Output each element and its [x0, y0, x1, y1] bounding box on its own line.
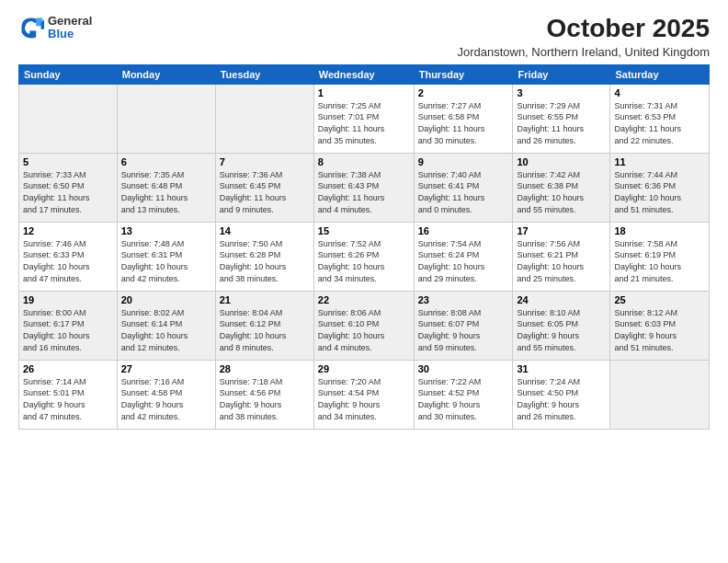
- header-tuesday: Tuesday: [215, 64, 313, 84]
- title-block: October 2025 Jordanstown, Northern Irela…: [457, 15, 710, 59]
- header-wednesday: Wednesday: [313, 64, 414, 84]
- day-number: 20: [121, 294, 211, 305]
- day-info: Sunrise: 7:52 AM Sunset: 6:26 PM Dayligh…: [318, 238, 410, 284]
- calendar-cell: 9Sunrise: 7:40 AM Sunset: 6:41 PM Daylig…: [414, 153, 513, 222]
- month-title: October 2025: [457, 15, 710, 43]
- location-subtitle: Jordanstown, Northern Ireland, United Ki…: [457, 45, 710, 59]
- logo: General Blue: [18, 15, 92, 41]
- calendar-cell: 30Sunrise: 7:22 AM Sunset: 4:52 PM Dayli…: [414, 360, 513, 429]
- calendar-cell: 27Sunrise: 7:16 AM Sunset: 4:58 PM Dayli…: [117, 360, 215, 429]
- day-number: 19: [23, 294, 113, 305]
- day-number: 2: [418, 87, 509, 98]
- day-info: Sunrise: 8:00 AM Sunset: 6:17 PM Dayligh…: [23, 307, 113, 353]
- calendar-cell: 26Sunrise: 7:14 AM Sunset: 5:01 PM Dayli…: [19, 360, 118, 429]
- day-number: 8: [318, 156, 410, 167]
- calendar-cell: 10Sunrise: 7:42 AM Sunset: 6:38 PM Dayli…: [513, 153, 610, 222]
- calendar-cell: [610, 360, 710, 429]
- day-info: Sunrise: 7:29 AM Sunset: 6:55 PM Dayligh…: [517, 100, 606, 146]
- day-info: Sunrise: 7:40 AM Sunset: 6:41 PM Dayligh…: [418, 169, 509, 215]
- day-info: Sunrise: 7:50 AM Sunset: 6:28 PM Dayligh…: [220, 238, 310, 284]
- day-info: Sunrise: 7:56 AM Sunset: 6:21 PM Dayligh…: [517, 238, 606, 284]
- header-monday: Monday: [117, 64, 215, 84]
- day-info: Sunrise: 8:12 AM Sunset: 6:03 PM Dayligh…: [614, 307, 705, 353]
- calendar-cell: 31Sunrise: 7:24 AM Sunset: 4:50 PM Dayli…: [513, 360, 610, 429]
- day-info: Sunrise: 7:18 AM Sunset: 4:56 PM Dayligh…: [220, 376, 310, 422]
- calendar-cell: 20Sunrise: 8:02 AM Sunset: 6:14 PM Dayli…: [117, 291, 215, 360]
- header-friday: Friday: [513, 64, 610, 84]
- day-info: Sunrise: 7:14 AM Sunset: 5:01 PM Dayligh…: [23, 376, 113, 422]
- logo-general-text: General: [48, 15, 92, 28]
- header: General Blue October 2025 Jordanstown, N…: [18, 15, 710, 59]
- day-number: 12: [23, 225, 113, 236]
- calendar-cell: 24Sunrise: 8:10 AM Sunset: 6:05 PM Dayli…: [513, 291, 610, 360]
- calendar-cell: 4Sunrise: 7:31 AM Sunset: 6:53 PM Daylig…: [610, 84, 710, 153]
- day-info: Sunrise: 7:31 AM Sunset: 6:53 PM Dayligh…: [614, 100, 705, 146]
- calendar-cell: 12Sunrise: 7:46 AM Sunset: 6:33 PM Dayli…: [19, 222, 118, 291]
- day-info: Sunrise: 8:10 AM Sunset: 6:05 PM Dayligh…: [517, 307, 606, 353]
- day-info: Sunrise: 7:20 AM Sunset: 4:54 PM Dayligh…: [318, 376, 410, 422]
- day-info: Sunrise: 7:42 AM Sunset: 6:38 PM Dayligh…: [517, 169, 606, 215]
- header-thursday: Thursday: [414, 64, 513, 84]
- calendar-cell: 22Sunrise: 8:06 AM Sunset: 6:10 PM Dayli…: [313, 291, 414, 360]
- day-info: Sunrise: 7:46 AM Sunset: 6:33 PM Dayligh…: [23, 238, 113, 284]
- calendar-week-row-4: 19Sunrise: 8:00 AM Sunset: 6:17 PM Dayli…: [19, 291, 710, 360]
- day-number: 17: [517, 225, 606, 236]
- logo-blue-text: Blue: [48, 28, 92, 40]
- calendar-cell: 14Sunrise: 7:50 AM Sunset: 6:28 PM Dayli…: [215, 222, 313, 291]
- calendar-cell: 3Sunrise: 7:29 AM Sunset: 6:55 PM Daylig…: [513, 84, 610, 153]
- day-number: 26: [23, 363, 113, 374]
- header-sunday: Sunday: [19, 64, 118, 84]
- logo-text: General Blue: [48, 15, 92, 41]
- calendar-cell: 6Sunrise: 7:35 AM Sunset: 6:48 PM Daylig…: [117, 153, 215, 222]
- calendar-week-row-2: 5Sunrise: 7:33 AM Sunset: 6:50 PM Daylig…: [19, 153, 710, 222]
- day-number: 31: [517, 363, 606, 374]
- day-number: 6: [121, 156, 211, 167]
- calendar-cell: 5Sunrise: 7:33 AM Sunset: 6:50 PM Daylig…: [19, 153, 118, 222]
- day-info: Sunrise: 7:33 AM Sunset: 6:50 PM Dayligh…: [23, 169, 113, 215]
- calendar-week-row-1: 1Sunrise: 7:25 AM Sunset: 7:01 PM Daylig…: [19, 84, 710, 153]
- calendar-cell: 7Sunrise: 7:36 AM Sunset: 6:45 PM Daylig…: [215, 153, 313, 222]
- day-info: Sunrise: 7:44 AM Sunset: 6:36 PM Dayligh…: [614, 169, 705, 215]
- day-number: 24: [517, 294, 606, 305]
- calendar-cell: 8Sunrise: 7:38 AM Sunset: 6:43 PM Daylig…: [313, 153, 414, 222]
- day-number: 3: [517, 87, 606, 98]
- calendar-cell: 28Sunrise: 7:18 AM Sunset: 4:56 PM Dayli…: [215, 360, 313, 429]
- calendar-cell: 2Sunrise: 7:27 AM Sunset: 6:58 PM Daylig…: [414, 84, 513, 153]
- day-number: 9: [418, 156, 509, 167]
- calendar-cell: [215, 84, 313, 153]
- day-number: 27: [121, 363, 211, 374]
- logo-icon: [18, 15, 44, 40]
- day-number: 5: [23, 156, 113, 167]
- day-number: 7: [220, 156, 310, 167]
- day-number: 15: [318, 225, 410, 236]
- calendar-cell: 23Sunrise: 8:08 AM Sunset: 6:07 PM Dayli…: [414, 291, 513, 360]
- calendar-cell: 1Sunrise: 7:25 AM Sunset: 7:01 PM Daylig…: [313, 84, 414, 153]
- day-number: 21: [220, 294, 310, 305]
- day-number: 10: [517, 156, 606, 167]
- header-saturday: Saturday: [610, 64, 710, 84]
- day-number: 30: [418, 363, 509, 374]
- calendar-cell: 18Sunrise: 7:58 AM Sunset: 6:19 PM Dayli…: [610, 222, 710, 291]
- calendar-cell: 11Sunrise: 7:44 AM Sunset: 6:36 PM Dayli…: [610, 153, 710, 222]
- calendar-cell: 13Sunrise: 7:48 AM Sunset: 6:31 PM Dayli…: [117, 222, 215, 291]
- day-info: Sunrise: 7:25 AM Sunset: 7:01 PM Dayligh…: [318, 100, 410, 146]
- day-info: Sunrise: 7:36 AM Sunset: 6:45 PM Dayligh…: [220, 169, 310, 215]
- calendar-cell: 15Sunrise: 7:52 AM Sunset: 6:26 PM Dayli…: [313, 222, 414, 291]
- day-number: 16: [418, 225, 509, 236]
- calendar-week-row-5: 26Sunrise: 7:14 AM Sunset: 5:01 PM Dayli…: [19, 360, 710, 429]
- day-info: Sunrise: 7:54 AM Sunset: 6:24 PM Dayligh…: [418, 238, 509, 284]
- calendar-header-row: Sunday Monday Tuesday Wednesday Thursday…: [19, 64, 710, 84]
- calendar-cell: [117, 84, 215, 153]
- calendar-cell: 29Sunrise: 7:20 AM Sunset: 4:54 PM Dayli…: [313, 360, 414, 429]
- page: General Blue October 2025 Jordanstown, N…: [0, 0, 728, 563]
- day-info: Sunrise: 8:06 AM Sunset: 6:10 PM Dayligh…: [318, 307, 410, 353]
- day-number: 25: [614, 294, 705, 305]
- calendar-cell: 16Sunrise: 7:54 AM Sunset: 6:24 PM Dayli…: [414, 222, 513, 291]
- day-number: 11: [614, 156, 705, 167]
- calendar-cell: 25Sunrise: 8:12 AM Sunset: 6:03 PM Dayli…: [610, 291, 710, 360]
- day-info: Sunrise: 7:27 AM Sunset: 6:58 PM Dayligh…: [418, 100, 509, 146]
- day-info: Sunrise: 8:04 AM Sunset: 6:12 PM Dayligh…: [220, 307, 310, 353]
- day-number: 4: [614, 87, 705, 98]
- day-number: 18: [614, 225, 705, 236]
- day-number: 29: [318, 363, 410, 374]
